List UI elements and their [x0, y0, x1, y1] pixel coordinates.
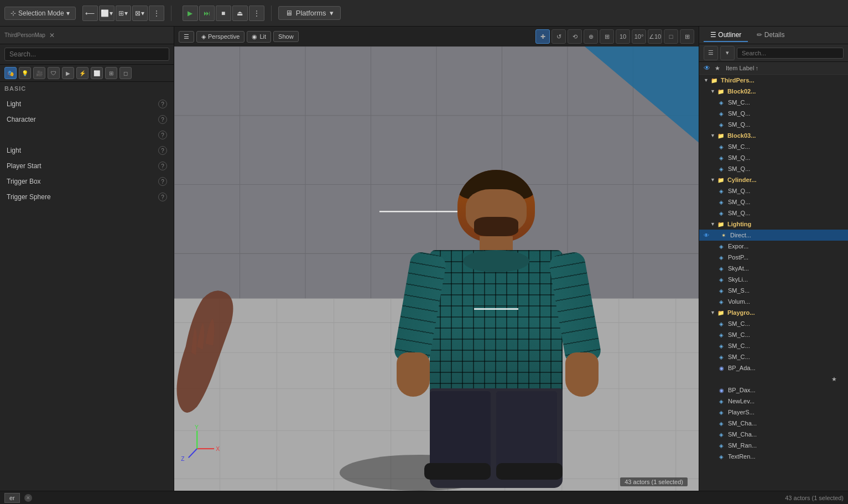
item-help-icon[interactable]: ? — [158, 100, 167, 108]
mesh-icon: ◈ — [717, 109, 726, 118]
outliner-item-sm-q6[interactable]: ◈ SM_Q... — [699, 196, 848, 207]
outliner-item-sm-ran[interactable]: ◈ SM_Ran... — [699, 440, 848, 451]
more-btn[interactable]: ⋮ — [149, 6, 164, 21]
outliner-filter-button[interactable]: ☰ — [704, 46, 718, 60]
outliner-item-postp[interactable]: ◈ PostP... — [699, 252, 848, 263]
outliner-item-sm-q5[interactable]: ◈ SM_Q... — [699, 185, 848, 196]
status-tab-er[interactable]: er — [4, 493, 20, 503]
outliner-item-sm-q1[interactable]: ◈ SM_Q... — [699, 108, 848, 119]
outliner-item-bp-ada[interactable]: ◉ BP_Ada... — [699, 362, 848, 373]
item-help-icon[interactable]: ? — [158, 146, 167, 155]
outliner-item-sm-q3[interactable]: ◈ SM_Q... — [699, 152, 848, 163]
filter-all-icon[interactable]: 🎭 — [4, 67, 17, 79]
list-item[interactable]: Light ? — [0, 96, 174, 112]
camera-button[interactable]: □ — [664, 29, 678, 44]
list-item[interactable]: Trigger Box ? — [0, 174, 174, 189]
outliner-item-sm-cha1[interactable]: ◈ SM_Cha... — [699, 418, 848, 429]
filter-camera-icon[interactable]: 🎥 — [33, 67, 45, 79]
outliner-folder-block03[interactable]: ▼ 📁 Block03... — [699, 130, 848, 141]
outliner-item-sm-s[interactable]: ◈ SM_S... — [699, 285, 848, 296]
maximize-button[interactable]: ⊞ — [680, 29, 694, 44]
filter-fx-icon[interactable]: ⚡ — [76, 67, 89, 79]
lit-button[interactable]: ◉ Lit — [247, 31, 271, 43]
angle-button[interactable]: 10° — [632, 29, 646, 44]
outliner-folder-block02[interactable]: ▼ 📁 Block02... — [699, 86, 848, 97]
item-help-icon[interactable]: ? — [158, 177, 167, 186]
outliner-search[interactable] — [737, 48, 844, 59]
outliner-item-sm-c5[interactable]: ◈ SM_C... — [699, 340, 848, 351]
viewport[interactable]: ☰ ◈ Perspective ◉ Lit Show ✚ ↺ ⟲ ⊕ ⊞ 10 … — [174, 27, 699, 491]
list-item[interactable]: ? — [0, 127, 174, 143]
snap-button[interactable]: ⟲ — [568, 29, 582, 44]
tab-outliner[interactable]: ☰ Outliner — [704, 29, 748, 42]
outliner-item-sm-c2[interactable]: ◈ SM_C... — [699, 141, 848, 152]
outliner-item-sm-q2[interactable]: ◈ SM_Q... — [699, 119, 848, 130]
outliner-item-newlev[interactable]: ◈ NewLev... — [699, 396, 848, 407]
transform-btn-4[interactable]: ⊠▾ — [132, 6, 148, 21]
item-label-column-header[interactable]: Item Label ↑ — [726, 65, 844, 71]
outliner-column-header: 👁 ★ Item Label ↑ — [699, 62, 848, 75]
outliner-folder-thirdpers[interactable]: ▼ 📁 ThirdPers... — [699, 75, 848, 86]
status-close-button[interactable]: ✕ — [24, 494, 32, 502]
grid-size-button[interactable]: 10 — [616, 29, 630, 44]
scale-button[interactable]: ∠10 — [648, 29, 662, 44]
show-button[interactable]: Show — [273, 31, 299, 42]
platforms-button[interactable]: 🖥 Platforms ▾ — [278, 6, 341, 20]
filter-light-icon[interactable]: 💡 — [19, 67, 31, 79]
eject-button[interactable]: ⏏ — [232, 6, 248, 21]
filter-shield-icon[interactable]: 🛡 — [48, 67, 60, 79]
outliner-item-bp-dax[interactable]: ◉ BP_Dax... — [699, 385, 848, 396]
outliner-item-skyli[interactable]: ◈ SkyLi... — [699, 274, 848, 285]
directional-light-icon: ✶ — [719, 231, 728, 240]
outliner-item-export[interactable]: ◈ Expor... — [699, 241, 848, 252]
list-item[interactable]: Light ? — [0, 143, 174, 158]
perspective-button[interactable]: ◈ Perspective — [196, 31, 244, 43]
transform-btn-3[interactable]: ⊞▾ — [116, 6, 131, 21]
outliner-item-volum[interactable]: ◈ Volum... — [699, 296, 848, 307]
stop-button[interactable]: ■ — [216, 6, 231, 21]
outliner-folder-lighting[interactable]: ▼ 📁 Lighting — [699, 219, 848, 230]
search-input[interactable] — [4, 48, 169, 61]
list-item[interactable]: Player Start ? — [0, 158, 174, 174]
item-help-icon[interactable]: ? — [158, 131, 167, 139]
outliner-item-sm-c1[interactable]: ◈ SM_C... — [699, 97, 848, 108]
outliner-item-skyat[interactable]: ◈ SkyAt... — [699, 263, 848, 274]
outliner-item-sm-c6[interactable]: ◈ SM_C... — [699, 351, 848, 362]
filter-misc-icon[interactable]: ◻ — [119, 67, 132, 79]
outliner-folder-cylinder[interactable]: ▼ 📁 Cylinder... — [699, 174, 848, 185]
tab-details[interactable]: ✏ Details — [750, 29, 791, 42]
surface-button[interactable]: ⊞ — [600, 29, 614, 44]
move-tool-button[interactable]: ✚ — [535, 29, 550, 44]
outliner-item-sm-c3[interactable]: ◈ SM_C... — [699, 318, 848, 329]
list-item[interactable]: Trigger Sphere ? — [0, 189, 174, 205]
filter-geo-icon[interactable]: ⬜ — [91, 67, 103, 79]
outliner-item-players[interactable]: ◈ PlayerS... — [699, 407, 848, 418]
outliner-item-direct[interactable]: 👁 ✶ Direct... — [699, 230, 848, 241]
item-help-icon[interactable]: ? — [158, 193, 167, 201]
outliner-item-sm-q7[interactable]: ◈ SM_Q... — [699, 207, 848, 219]
outliner-sort-button[interactable]: ▾ — [720, 46, 735, 60]
list-item[interactable]: Character ? — [0, 112, 174, 127]
viewport-menu-button[interactable]: ☰ — [179, 31, 194, 43]
outliner-item-sm-q4[interactable]: ◈ SM_Q... — [699, 163, 848, 174]
grid-button[interactable]: ⊕ — [584, 29, 598, 44]
play-more-button[interactable]: ⋮ — [249, 6, 264, 21]
item-help-icon[interactable]: ? — [158, 115, 167, 124]
folder-icon: 📁 — [716, 87, 725, 96]
close-panel-button[interactable]: ✕ — [48, 31, 56, 40]
play-next-button[interactable]: ⏭ — [199, 6, 215, 21]
filter-play-icon[interactable]: ▶ — [62, 67, 74, 79]
selection-mode-button[interactable]: ⊹ Selection Mode ▾ — [4, 7, 76, 20]
play-button[interactable]: ▶ — [183, 6, 198, 21]
eye-column-header: 👁 — [704, 64, 715, 72]
filter-grid-icon[interactable]: ⊞ — [105, 67, 117, 79]
outliner-folder-playgro[interactable]: ▼ 📁 Playgro... — [699, 307, 848, 318]
outliner-item-textren[interactable]: ◈ TextRen... — [699, 451, 848, 462]
transform-btn-1[interactable]: ⟵ — [82, 6, 98, 21]
rotate-tool-button[interactable]: ↺ — [552, 29, 566, 44]
search-bar — [0, 44, 174, 65]
outliner-item-sm-cha2[interactable]: ◈ SM_Cha... — [699, 429, 848, 440]
transform-btn-2[interactable]: ⬜▾ — [99, 6, 115, 21]
outliner-item-sm-c4[interactable]: ◈ SM_C... — [699, 329, 848, 340]
item-help-icon[interactable]: ? — [158, 162, 167, 170]
